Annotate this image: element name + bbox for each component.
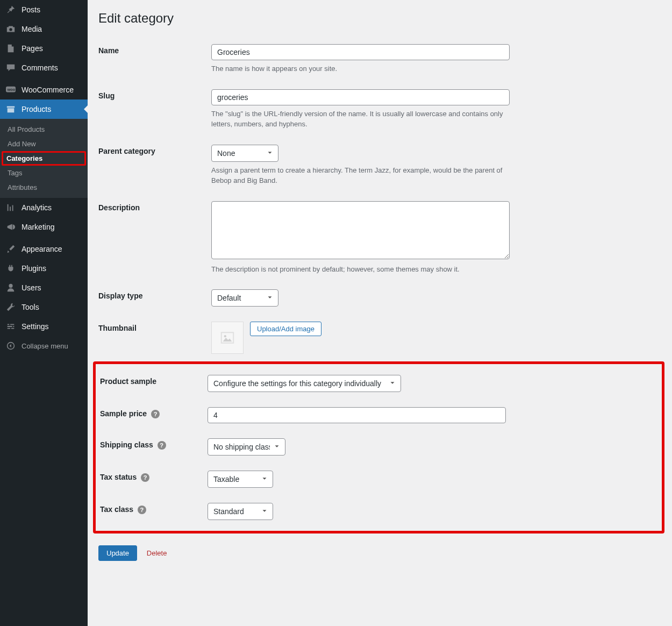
woocommerce-icon: woo (5, 84, 16, 95)
product-sample-select[interactable]: Configure the settings for this category… (208, 375, 401, 392)
user-icon (5, 282, 16, 293)
name-input[interactable] (211, 44, 510, 60)
shipping-class-select[interactable]: No shipping class (208, 438, 285, 456)
tax-status-label: Tax status ? (100, 463, 208, 495)
parent-select[interactable]: None (211, 145, 278, 162)
description-textarea[interactable] (211, 201, 510, 259)
description-description: The description is not prominent by defa… (211, 264, 510, 275)
help-icon[interactable]: ? (151, 410, 160, 418)
svg-text:woo: woo (7, 87, 16, 92)
sidebar-item-label: Settings (22, 322, 49, 331)
sidebar-item-label: Media (22, 25, 42, 33)
thumbnail-placeholder (211, 322, 244, 354)
archive-icon (5, 104, 16, 115)
page-icon (5, 43, 16, 54)
sidebar-item-comments[interactable]: Comments (0, 58, 88, 77)
thumbnail-label: Thumbnail (98, 314, 211, 361)
delete-link[interactable]: Delete (147, 549, 167, 557)
admin-sidebar: Posts Media Pages Comments woo WooCommer… (0, 0, 88, 626)
sidebar-item-label: Products (22, 105, 51, 113)
help-icon[interactable]: ? (158, 441, 166, 450)
description-label: Description (98, 194, 211, 282)
update-button[interactable]: Update (98, 545, 137, 561)
highlighted-settings-box: Product sample Configure the settings fo… (93, 361, 664, 533)
image-icon (220, 330, 235, 345)
submenu-add-new[interactable]: Add New (0, 137, 88, 151)
svg-point-4 (224, 335, 226, 337)
pin-icon (5, 4, 16, 15)
sidebar-item-label: Analytics (22, 203, 52, 212)
parent-label: Parent category (98, 137, 211, 194)
sample-price-label: Sample price ? (100, 400, 208, 431)
page-title: Edit category (98, 11, 661, 26)
submenu-categories[interactable]: Categories (2, 151, 86, 166)
form-actions: Update Delete (98, 545, 661, 561)
sidebar-item-label: Pages (22, 44, 43, 53)
sidebar-item-marketing[interactable]: Marketing (0, 217, 88, 237)
products-submenu: All Products Add New Categories Tags Att… (0, 119, 88, 198)
sidebar-item-label: WooCommerce (22, 86, 74, 94)
parent-description: Assign a parent term to create a hierarc… (211, 165, 510, 186)
product-sample-label: Product sample (100, 367, 208, 400)
slug-description: The "slug" is the URL-friendly version o… (211, 109, 510, 130)
upload-image-button[interactable]: Upload/Add image (250, 322, 321, 336)
sidebar-item-settings[interactable]: Settings (0, 317, 88, 336)
sidebar-item-products[interactable]: Products (0, 99, 88, 119)
sidebar-item-label: Posts (22, 5, 40, 14)
submenu-tags[interactable]: Tags (0, 166, 88, 180)
sidebar-item-posts[interactable]: Posts (0, 0, 88, 19)
submenu-all-products[interactable]: All Products (0, 122, 88, 137)
sidebar-item-label: Users (22, 283, 41, 292)
sidebar-item-media[interactable]: Media (0, 19, 88, 39)
collapse-icon (5, 340, 16, 351)
tax-class-select[interactable]: Standard (208, 503, 273, 520)
slug-label: Slug (98, 82, 211, 137)
collapse-menu[interactable]: Collapse menu (0, 336, 88, 355)
brush-icon (5, 244, 16, 254)
comment-icon (5, 62, 16, 73)
name-description: The name is how it appears on your site. (211, 63, 510, 74)
sidebar-item-label: Appearance (22, 245, 62, 253)
help-icon[interactable]: ? (138, 506, 146, 514)
sidebar-item-label: Tools (22, 303, 39, 311)
edit-category-form: Name The name is how it appears on your … (98, 37, 661, 361)
sidebar-item-label: Plugins (22, 264, 46, 273)
sidebar-item-label: Comments (22, 63, 58, 72)
submenu-attributes[interactable]: Attributes (0, 180, 88, 195)
sidebar-item-plugins[interactable]: Plugins (0, 259, 88, 278)
name-label: Name (98, 37, 211, 82)
collapse-label: Collapse menu (22, 342, 68, 350)
sliders-icon (5, 321, 16, 332)
sidebar-item-appearance[interactable]: Appearance (0, 239, 88, 259)
help-icon[interactable]: ? (141, 473, 149, 482)
display-type-label: Display type (98, 282, 211, 314)
sidebar-item-woocommerce[interactable]: woo WooCommerce (0, 80, 88, 99)
camera-icon (5, 24, 16, 34)
sidebar-item-pages[interactable]: Pages (0, 39, 88, 58)
sidebar-item-users[interactable]: Users (0, 278, 88, 297)
sidebar-item-label: Marketing (22, 223, 54, 231)
sidebar-item-analytics[interactable]: Analytics (0, 198, 88, 217)
plug-icon (5, 263, 16, 274)
sample-price-input[interactable] (208, 407, 506, 423)
sidebar-item-tools[interactable]: Tools (0, 297, 88, 317)
shipping-class-label: Shipping class ? (100, 431, 208, 463)
chart-icon (5, 202, 16, 213)
tax-class-label: Tax class ? (100, 495, 208, 528)
slug-input[interactable] (211, 89, 510, 105)
tax-status-select[interactable]: Taxable (208, 471, 273, 488)
main-content: Edit category Name The name is how it ap… (88, 0, 672, 626)
display-type-select[interactable]: Default (211, 289, 278, 307)
wrench-icon (5, 302, 16, 312)
megaphone-icon (5, 222, 16, 232)
